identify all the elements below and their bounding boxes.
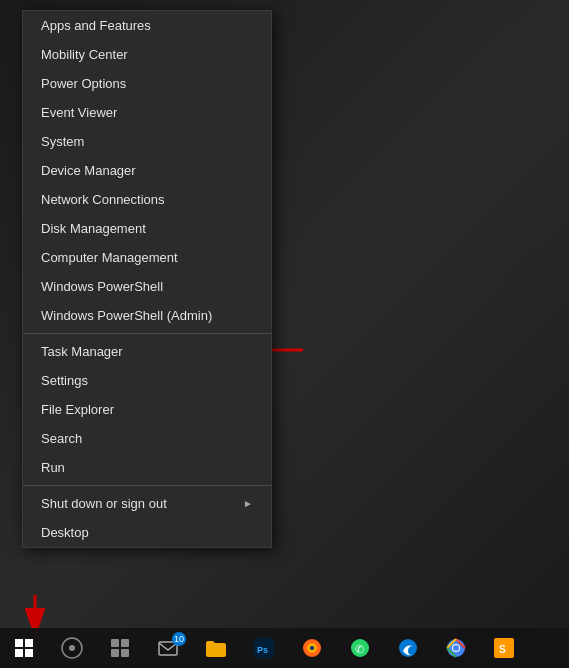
- taskbar: 10 Ps ✆: [0, 628, 569, 668]
- sublime-icon: S: [494, 638, 514, 658]
- menu-item-settings[interactable]: Settings: [23, 366, 271, 395]
- svg-rect-13: [121, 649, 129, 657]
- svg-rect-5: [25, 639, 33, 647]
- search-circle-icon: [61, 637, 83, 659]
- context-menu: Apps and Features Mobility Center Power …: [22, 10, 272, 548]
- menu-item-disk-management[interactable]: Disk Management: [23, 214, 271, 243]
- chrome-button[interactable]: [432, 628, 480, 668]
- submenu-arrow-icon: ►: [243, 498, 253, 509]
- mail-button[interactable]: 10: [144, 628, 192, 668]
- sublime-button[interactable]: S: [480, 628, 528, 668]
- svg-text:Ps: Ps: [257, 645, 268, 655]
- photoshop-icon: Ps: [254, 638, 274, 658]
- file-explorer-button[interactable]: [192, 628, 240, 668]
- menu-item-power-options[interactable]: Power Options: [23, 69, 271, 98]
- menu-item-file-explorer[interactable]: File Explorer: [23, 395, 271, 424]
- menu-item-desktop[interactable]: Desktop: [23, 518, 271, 547]
- svg-text:S: S: [499, 644, 506, 655]
- menu-item-apps-features[interactable]: Apps and Features: [23, 11, 271, 40]
- menu-item-system[interactable]: System: [23, 127, 271, 156]
- firefox-icon: [302, 638, 322, 658]
- windows-logo-icon: [15, 639, 33, 657]
- menu-item-device-manager[interactable]: Device Manager: [23, 156, 271, 185]
- search-button[interactable]: [48, 628, 96, 668]
- separator-1: [23, 333, 271, 334]
- svg-point-25: [453, 645, 459, 651]
- edge-old-button[interactable]: [384, 628, 432, 668]
- edge-old-icon: [398, 638, 418, 658]
- menu-item-run[interactable]: Run: [23, 453, 271, 482]
- folder-icon: [205, 638, 227, 658]
- menu-item-task-manager[interactable]: Task Manager: [23, 337, 271, 366]
- svg-text:✆: ✆: [355, 643, 364, 655]
- menu-item-network-connections[interactable]: Network Connections: [23, 185, 271, 214]
- task-view-icon: [110, 638, 130, 658]
- separator-2: [23, 485, 271, 486]
- menu-item-event-viewer[interactable]: Event Viewer: [23, 98, 271, 127]
- task-view-button[interactable]: [96, 628, 144, 668]
- firefox-button[interactable]: [288, 628, 336, 668]
- menu-item-shutdown[interactable]: Shut down or sign out ►: [23, 489, 271, 518]
- svg-rect-10: [111, 639, 119, 647]
- svg-point-19: [310, 646, 314, 650]
- svg-rect-7: [25, 649, 33, 657]
- mail-badge: 10: [172, 632, 186, 646]
- whatsapp-icon: ✆: [350, 638, 370, 658]
- svg-rect-6: [15, 649, 23, 657]
- svg-rect-11: [121, 639, 129, 647]
- chrome-icon: [446, 638, 466, 658]
- start-button[interactable]: [0, 628, 48, 668]
- menu-item-windows-powershell-admin[interactable]: Windows PowerShell (Admin): [23, 301, 271, 330]
- menu-item-mobility-center[interactable]: Mobility Center: [23, 40, 271, 69]
- whatsapp-button[interactable]: ✆: [336, 628, 384, 668]
- menu-item-computer-management[interactable]: Computer Management: [23, 243, 271, 272]
- menu-item-windows-powershell[interactable]: Windows PowerShell: [23, 272, 271, 301]
- desktop: Apps and Features Mobility Center Power …: [0, 0, 569, 668]
- svg-point-9: [69, 645, 75, 651]
- svg-rect-12: [111, 649, 119, 657]
- photoshop-button[interactable]: Ps: [240, 628, 288, 668]
- menu-item-search[interactable]: Search: [23, 424, 271, 453]
- svg-rect-4: [15, 639, 23, 647]
